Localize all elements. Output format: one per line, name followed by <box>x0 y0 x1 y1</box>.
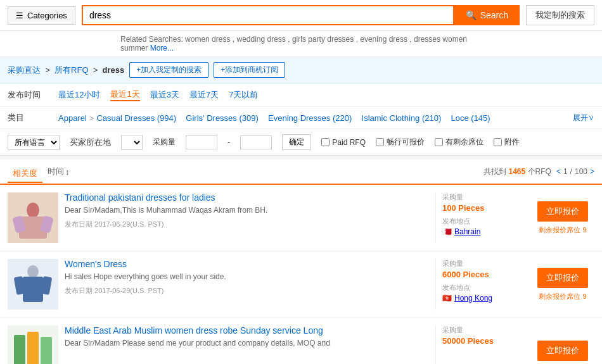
language-select[interactable]: 所有语言 <box>8 135 60 150</box>
results-count: 共找到 1465 个RFQ <box>484 166 551 177</box>
remaining-seat-checkbox[interactable] <box>435 138 443 146</box>
product-info: Women's Dress Hi sales Hope everything g… <box>65 259 429 310</box>
time-opt-1d[interactable]: 最近1天 <box>110 89 139 101</box>
product-image <box>8 259 58 310</box>
qty-info: 采购量 100 Pieces <box>442 192 525 213</box>
product-img-svg <box>8 325 58 364</box>
category-filter-row: 类目 Apparel > Casual Dresses (994) Girls'… <box>0 107 602 129</box>
product-meta: 采购量 6000 Pieces 发布地点 🇭🇰 Hong Kong <box>442 259 525 310</box>
paid-rfq-checkbox[interactable] <box>321 138 330 146</box>
cat-sep <box>354 113 359 123</box>
time-opt-7dplus[interactable]: 7天以前 <box>229 89 258 101</box>
attachment-filter[interactable]: 附件 <box>494 137 520 147</box>
qty-dash: - <box>227 137 230 147</box>
product-info: Middle East Arab Muslim women dress robe… <box>65 325 429 364</box>
loc-value: 🇭🇰 Hong Kong <box>442 294 525 303</box>
cat-islamic-clothing[interactable]: Islamic Clothing (210) <box>362 113 442 123</box>
qty-key: 采购量 <box>442 192 525 202</box>
attachment-label: 附件 <box>504 137 520 147</box>
time-opt-12h[interactable]: 最近12小时 <box>58 89 100 101</box>
product-date: 发布日期 2017-06-29(U.S. PST) <box>65 286 429 296</box>
sort-time[interactable]: 时间 ↕ <box>42 163 75 180</box>
remaining-seat-filter[interactable]: 有剩余席位 <box>435 137 484 147</box>
product-title[interactable]: Middle East Arab Muslim women dress robe… <box>65 325 323 336</box>
qty-key: 采购量 <box>442 259 525 268</box>
loc-link[interactable]: Bahrain <box>454 227 480 236</box>
list-item: Traditional pakistani dresses for ladies… <box>0 185 602 251</box>
buyer-location-select[interactable] <box>121 135 143 150</box>
divider <box>435 325 436 364</box>
product-meta: 采购量 50000 Pieces <box>442 325 525 364</box>
cat-loce[interactable]: Loce (145) <box>451 113 490 123</box>
bid-button[interactable]: 立即报价 <box>537 341 588 361</box>
related-item[interactable]: girls party dresses <box>292 35 354 44</box>
breadcrumb-keyword: dress <box>103 65 125 75</box>
product-image <box>8 325 58 364</box>
product-title[interactable]: Women's Dress <box>65 259 127 269</box>
cat-girls-dresses[interactable]: Girls' Dresses (309) <box>186 113 258 123</box>
time-filter-row: 发布时间 最近12小时 最近1天 最近3天 最近7天 7天以前 <box>0 84 602 107</box>
cat-evening-dresses[interactable]: Evening Dresses (220) <box>268 113 352 123</box>
bid-button[interactable]: 立即报价 <box>537 201 588 222</box>
sort-relevance[interactable]: 相关度 <box>8 165 42 183</box>
product-date: 发布日期 2017-06-29(U.S. PST) <box>65 220 429 229</box>
breadcrumb-bar: 采购直达 > 所有RFQ > dress +加入我定制的搜索 +添加到商机订阅 <box>0 57 602 84</box>
categories-button[interactable]: ☰ Categories <box>8 6 75 25</box>
search-button[interactable]: 🔍 Search <box>454 5 520 25</box>
svg-rect-12 <box>27 332 39 364</box>
product-list: Traditional pakistani dresses for ladies… <box>0 185 602 364</box>
qty-info: 采购量 50000 Pieces <box>442 325 525 346</box>
qty-confirm-button[interactable]: 确定 <box>282 134 311 150</box>
expand-categories-button[interactable]: 展开∨ <box>573 113 594 123</box>
bid-button[interactable]: 立即报价 <box>537 268 588 288</box>
search-bar: 🔍 Search <box>82 5 520 25</box>
search-icon: 🔍 <box>466 10 477 20</box>
paid-rfq-filter[interactable]: Paid RFQ <box>321 138 366 147</box>
product-img-svg <box>8 259 58 310</box>
breadcrumb-all-rfq[interactable]: 所有RFQ <box>54 65 88 75</box>
product-desc: Dear Sir/Madam,This is Muhammad Waqas Ak… <box>65 205 429 216</box>
smooth-price-label: 畅行可报价 <box>387 137 425 147</box>
loc-link[interactable]: Hong Kong <box>454 294 492 303</box>
qty-value: 100 Pieces <box>442 203 525 213</box>
menu-icon: ☰ <box>16 11 23 20</box>
category-filter-label: 类目 <box>8 112 58 123</box>
related-item[interactable]: evening dress <box>360 35 407 44</box>
search-input[interactable] <box>82 5 454 25</box>
smooth-price-filter[interactable]: 畅行可报价 <box>376 137 425 147</box>
divider <box>435 259 436 310</box>
product-meta: 采购量 100 Pieces 发布地点 🇧🇭 Bahrain <box>442 192 525 243</box>
cat-sep <box>444 113 448 123</box>
qty-max-input[interactable] <box>240 135 272 149</box>
time-opt-7d[interactable]: 最近7天 <box>189 89 219 101</box>
paid-rfq-label: Paid RFQ <box>332 138 366 147</box>
divider <box>435 192 436 243</box>
svg-rect-11 <box>14 335 25 364</box>
custom-search-button[interactable]: 我定制的搜索 <box>526 5 594 25</box>
add-custom-search-button[interactable]: +加入我定制的搜索 <box>129 62 208 78</box>
smooth-price-checkbox[interactable] <box>376 138 384 146</box>
breadcrumb-home[interactable]: 采购直达 <box>8 65 41 75</box>
time-filter-options: 最近12小时 最近1天 最近3天 最近7天 7天以前 <box>58 89 258 101</box>
svg-point-1 <box>27 203 39 218</box>
remaining-seat-label: 有剩余席位 <box>445 137 484 147</box>
product-title[interactable]: Traditional pakistani dresses for ladies <box>65 192 215 203</box>
categories-label: Categories <box>27 11 67 20</box>
attachment-checkbox[interactable] <box>494 138 502 146</box>
time-opt-3d[interactable]: 最近3天 <box>150 89 179 101</box>
qty-value: 50000 Pieces <box>442 336 525 346</box>
related-item[interactable]: wedding dress <box>236 35 285 44</box>
results-header: 相关度 时间 ↕ 共找到 1465 个RFQ < 1 / 100 > <box>0 160 602 185</box>
prev-page-button[interactable]: < <box>556 167 561 176</box>
related-more[interactable]: More... <box>150 44 174 53</box>
add-merchant-button[interactable]: +添加到商机订阅 <box>214 62 285 78</box>
next-page-button[interactable]: > <box>590 167 594 176</box>
loc-info: 发布地点 🇭🇰 Hong Kong <box>442 283 525 303</box>
product-desc: Hi sales Hope everything goes well in yo… <box>65 272 429 282</box>
qty-min-input[interactable] <box>186 135 217 149</box>
cat-casual-dresses[interactable]: Casual Dresses (994) <box>96 113 176 123</box>
cat-apparel[interactable]: Apparel <box>58 113 87 123</box>
product-info: Traditional pakistani dresses for ladies… <box>65 192 429 243</box>
related-item[interactable]: women dress <box>185 35 230 44</box>
svg-rect-13 <box>41 337 52 364</box>
